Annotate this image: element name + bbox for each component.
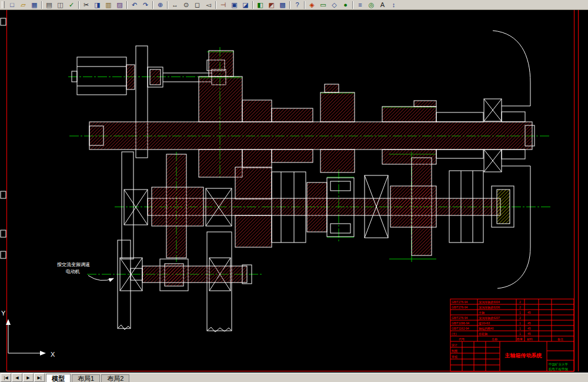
org-line1: 中国矿业大学: [549, 363, 569, 367]
spell-check-icon[interactable]: ✓: [66, 1, 77, 9]
text-icon[interactable]: A: [377, 1, 388, 9]
label-check: 审核: [452, 355, 457, 358]
parts-row-code: GB/T276-94: [452, 300, 467, 304]
parts-row-name: 深沟球轴承6004: [479, 300, 500, 304]
dimension-icon[interactable]: ↕: [388, 1, 399, 9]
column-header-material: 材料: [526, 337, 533, 341]
layers-icon[interactable]: ≡: [355, 1, 366, 9]
parts-row-code: GB/T1162-94: [452, 327, 469, 330]
cut-icon[interactable]: ✂: [81, 1, 92, 9]
toolbar-grip[interactable]: [2, 1, 5, 8]
parts-row-qty: 1: [519, 332, 521, 336]
leader-line: [88, 275, 113, 281]
parts-row-qty: 1: [519, 321, 521, 325]
housing-right: [493, 31, 530, 288]
parts-row-material: 45: [527, 327, 531, 330]
annotation-callout: 按交流变频调速 电动机: [57, 262, 113, 281]
column-header-code: 代号: [459, 337, 465, 341]
open-icon[interactable]: ▱: [18, 1, 29, 9]
drawing-title: 主轴箱传动系统: [505, 353, 543, 358]
title-block: [450, 299, 574, 371]
annotation-line2: 电动机: [66, 269, 80, 274]
toolbar-separator: [304, 1, 305, 9]
tab-model[interactable]: 模型: [46, 374, 71, 382]
parts-row-code: (主): [452, 332, 457, 336]
parts-row-name: 主轴: [479, 311, 485, 315]
parts-row-qty: 2: [519, 305, 521, 309]
column-header-qty: 数量: [517, 337, 523, 341]
parts-row-qty: 1: [519, 311, 521, 314]
label-draw: 制图: [452, 349, 457, 353]
drawing: 按交流变频调速 电动机 X Y: [0, 10, 588, 373]
match-properties-icon[interactable]: ▨: [114, 1, 125, 9]
render-icon[interactable]: ●: [340, 1, 351, 9]
main-toolbar: □ ▱ ▦ ▤ ◫ ✓ ✂ ◨ ▥ ▨ ↶ ↷ ⊕ ↔ ⊙ ◻ ◅ ⊣ ▣ ◪ …: [0, 0, 588, 10]
parts-row-qty: 1: [519, 327, 521, 330]
model-space-canvas[interactable]: 按交流变频调速 电动机 X Y: [0, 10, 588, 373]
zoom-window-icon[interactable]: ◻: [192, 1, 203, 9]
insert-block-icon[interactable]: ◪: [240, 1, 251, 9]
zone-marks: [1, 18, 6, 258]
intermediate-shaft-assembly: [122, 152, 514, 259]
ucs-icon: X Y: [1, 310, 55, 358]
toolbar-separator: [78, 1, 79, 9]
print-preview-icon[interactable]: ◫: [55, 1, 66, 9]
toolbar-separator: [215, 1, 216, 9]
toolbar-separator: [167, 1, 168, 9]
tab-layout2[interactable]: 布局2: [101, 374, 129, 382]
redo-icon[interactable]: ↷: [140, 1, 151, 9]
tab-nav-last[interactable]: ▶|: [34, 373, 45, 382]
toolbar-separator: [126, 1, 128, 9]
toolbar-separator: [41, 1, 42, 9]
parts-row-name: 键16×63: [478, 321, 490, 325]
parts-row-material: 45: [527, 332, 531, 336]
pan-icon[interactable]: ↔: [169, 1, 181, 9]
ucs-x-label: X: [51, 351, 55, 358]
column-header-name: 名称: [492, 337, 497, 341]
parts-row-code: GB/T276-94: [452, 316, 467, 320]
parts-row-material: 45: [527, 311, 531, 314]
distance-icon[interactable]: ⊣: [218, 1, 229, 9]
toolbar-separator: [352, 1, 353, 9]
make-block-icon[interactable]: ▣: [229, 1, 240, 9]
ucs-y-label: Y: [1, 310, 6, 317]
parts-row-name: 齿轮轴: [479, 332, 487, 336]
zoom-previous-icon[interactable]: ◅: [203, 1, 214, 9]
tab-nav-previous[interactable]: ◀: [12, 373, 22, 382]
new-icon[interactable]: □: [6, 1, 18, 9]
copy-icon[interactable]: ◨: [92, 1, 103, 9]
parts-row-name: 轴端挡圈40: [479, 327, 494, 331]
parts-row-code: GB/T276-94: [452, 305, 467, 309]
toolbar-separator: [289, 1, 290, 9]
tab-nav-first[interactable]: |◀: [1, 373, 11, 382]
design-center-icon[interactable]: ◩: [266, 1, 277, 9]
toolbar-separator: [252, 1, 253, 9]
hyperlink-icon[interactable]: ⊕: [155, 1, 166, 9]
layout-tabbar: |◀ ◀ ▶ ▶| 模型 布局1 布局2: [0, 373, 588, 382]
help-icon[interactable]: ?: [292, 1, 303, 9]
toolbar-separator: [152, 1, 153, 9]
undo-icon[interactable]: ↶: [129, 1, 140, 9]
paste-icon[interactable]: ▥: [103, 1, 114, 9]
save-icon[interactable]: ▦: [29, 1, 40, 9]
named-views-icon[interactable]: ▭: [318, 1, 329, 9]
tab-nav-next[interactable]: ▶: [23, 373, 34, 382]
org-line2: 机电工程学院: [549, 367, 569, 371]
parts-row-qty: 2: [519, 300, 521, 304]
parts-row-qty: 2: [519, 316, 521, 320]
parts-row-name: 深沟球轴承6207: [479, 316, 500, 320]
tab-layout1[interactable]: 布局1: [72, 374, 100, 382]
properties-icon[interactable]: ◧: [255, 1, 266, 9]
parts-row-code: GB/T1096-94: [452, 321, 469, 325]
column-header-note: 备注: [557, 337, 563, 341]
parts-row-name: 深沟球轴承6206: [479, 305, 500, 310]
print-icon[interactable]: ▤: [44, 1, 55, 9]
parts-row-material: 45: [527, 321, 531, 325]
object-snap-icon[interactable]: ◎: [366, 1, 377, 9]
label-design: 设计: [451, 343, 457, 347]
tool-palettes-icon[interactable]: ▩: [277, 1, 288, 9]
3d-views-icon[interactable]: ◇: [329, 1, 340, 9]
annotation-line1: 按交流变频调速: [57, 262, 90, 267]
orbit-icon[interactable]: ◈: [306, 1, 318, 9]
zoom-realtime-icon[interactable]: ⊙: [181, 1, 192, 9]
